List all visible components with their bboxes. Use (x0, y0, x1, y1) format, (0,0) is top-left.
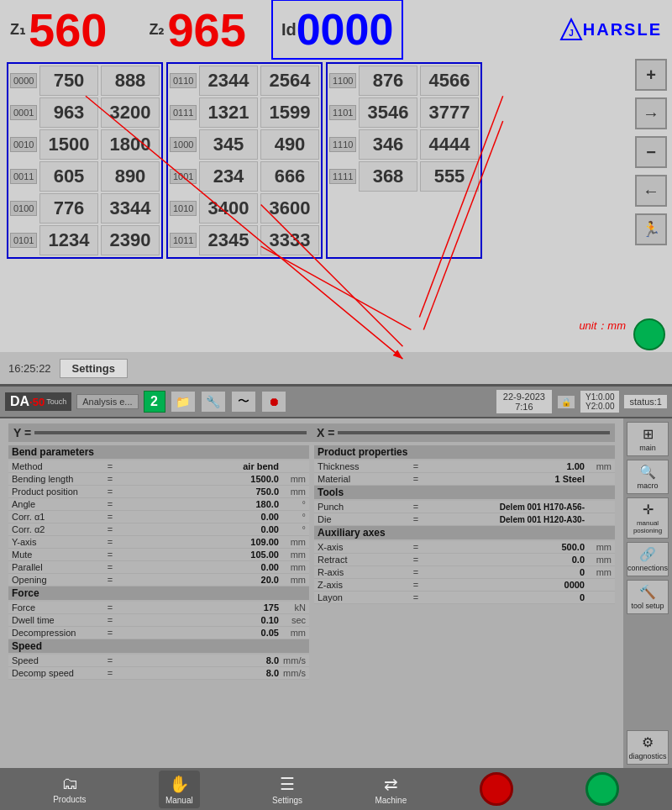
param-val: Delem 001 H170-A56- (422, 502, 588, 512)
z2-label: Z₂ (149, 20, 164, 39)
param-val: 105.00 (116, 550, 282, 560)
row-id: 1110 (329, 137, 356, 152)
connections-icon: 🔗 (639, 546, 656, 562)
settings-button[interactable]: Settings (60, 359, 128, 378)
minus-button[interactable]: − (635, 136, 667, 168)
sidebar-item-main[interactable]: ⊞ main (627, 422, 669, 456)
param-name: Method (12, 461, 104, 471)
param-r-axis: R-axis = 0 mm (314, 566, 615, 579)
table-row: 0110 2344 2564 (170, 66, 319, 96)
table-row: 1010 3400 3600 (170, 193, 319, 224)
sidebar-item-tool-setup[interactable]: 🔨 tool setup (627, 580, 669, 614)
row-val2: 3333 (260, 225, 319, 255)
right-buttons: + → − ← 🏃 (635, 59, 667, 245)
param-val: 0 (422, 567, 588, 577)
table-row: 0000 750 888 (10, 66, 160, 96)
sidebar-item-label: macro (637, 481, 658, 490)
param-name: Material (318, 474, 410, 484)
row-val2: 1599 (260, 97, 319, 128)
data-grid-area: 0000 750 888 0001 963 3200 0010 1500 180… (0, 59, 672, 262)
row-val2: 3200 (101, 97, 160, 128)
param-y-axis: Y-axis = 109.00 mm (8, 536, 309, 549)
task-machine[interactable]: ⇄ Machine (375, 774, 407, 805)
row-id: 1101 (329, 105, 356, 120)
row-val1: 345 (199, 129, 258, 160)
row-val2: 888 (101, 66, 160, 96)
tool-setup-icon: 🔨 (639, 584, 656, 600)
row-val1: 963 (39, 97, 98, 128)
arrow-left-button[interactable]: ← (635, 175, 667, 207)
row-val2: 3344 (101, 193, 160, 224)
param-val: air bend (116, 461, 282, 471)
sidebar-item-label: manual posioning (629, 519, 666, 534)
task-products-label: Products (53, 795, 86, 804)
da-logo: DA ·50 Touch (5, 392, 71, 411)
row-val2: 4444 (420, 129, 479, 160)
green-circle-button[interactable] (633, 318, 665, 350)
table-row: 0100 776 3344 (10, 193, 160, 224)
param-name: Parallel (12, 562, 104, 572)
param-name: Product position (12, 487, 104, 497)
table-row: 1000 345 490 (170, 129, 319, 160)
plus-button[interactable]: + (635, 59, 667, 91)
param-decomp-speed: Decomp speed = 8.0 mm/s (8, 667, 309, 680)
param-corr-a2: Corr. α2 = 0.00 ° (8, 523, 309, 536)
param-product-position: Product position = 750.0 mm (8, 486, 309, 498)
param-x-axis: X-axis = 500.0 mm (314, 541, 615, 554)
row-val1: 776 (39, 193, 98, 224)
sidebar-item-connections[interactable]: 🔗 connections (627, 542, 669, 576)
table-row: 1110 346 4444 (329, 129, 479, 160)
param-name: Angle (12, 499, 104, 509)
param-name: Y-axis (12, 537, 104, 547)
green-circle-button-taskbar[interactable] (585, 772, 619, 806)
param-val: 0000 (422, 580, 588, 590)
person-icon-button[interactable]: 🏃 (635, 213, 667, 245)
grid-col1: 0000 750 888 0001 963 3200 0010 1500 180… (7, 62, 163, 259)
grid-col3-section: 1100 876 4566 1101 3546 3777 1110 346 44… (329, 66, 479, 192)
manual-icon: ✛ (643, 502, 654, 518)
param-val: 0.05 (116, 628, 282, 638)
wave-icon-button[interactable]: 〜 (231, 391, 256, 413)
program-number: 2 (144, 391, 165, 413)
param-die: Die = Delem 001 H120-A30- (314, 513, 615, 526)
z2-value: 965 (167, 3, 245, 57)
param-name: X-axis (318, 542, 410, 552)
param-val: 175 (116, 602, 282, 613)
param-val: 500.0 (422, 542, 588, 552)
arrow-right-button[interactable]: → (635, 97, 667, 129)
row-val1: 2344 (199, 66, 258, 96)
tools-icon-button[interactable]: 🔧 (201, 391, 226, 413)
param-val: Delem 001 H120-A30- (422, 515, 588, 524)
task-manual[interactable]: ✋ Manual (159, 771, 200, 808)
param-punch: Punch = Delem 001 H170-A56- (314, 501, 615, 513)
record-icon-button[interactable]: ⏺ (261, 391, 286, 413)
param-val: 8.0 (116, 668, 282, 678)
da-sidebar: ⊞ main 🔍 macro ✛ manual posioning 🔗 conn… (623, 418, 672, 768)
red-circle-button[interactable] (480, 772, 513, 806)
param-name: Mute (12, 550, 104, 560)
sidebar-item-diagnostics[interactable]: ⚙ diagnostics (627, 730, 669, 765)
param-name: Decomp speed (12, 668, 104, 678)
param-name: R-axis (318, 567, 410, 577)
sidebar-item-label: tool setup (631, 602, 664, 610)
analysis-button[interactable]: Analysis e... (76, 394, 138, 409)
y1y2-display: Y1:0.00 Y2:0.00 (580, 391, 619, 413)
settings-icon: ☰ (280, 774, 295, 794)
table-row: 0111 1321 1599 (170, 97, 319, 128)
sidebar-item-macro[interactable]: 🔍 macro (627, 460, 669, 494)
sidebar-item-manual[interactable]: ✛ manual posioning (627, 497, 669, 539)
unit-label: unit：mm (579, 318, 626, 334)
task-settings[interactable]: ☰ Settings (272, 774, 302, 805)
x-eq-label: X = (312, 426, 615, 439)
z1-label: Z₁ (10, 20, 25, 39)
status-display: status:1 (624, 395, 667, 408)
task-manual-label: Manual (165, 796, 193, 805)
task-products[interactable]: 🗂 Products (53, 774, 86, 804)
row-id: 0011 (10, 169, 37, 184)
param-name: Punch (318, 502, 410, 512)
da-header: DA ·50 Touch Analysis e... 2 📁 🔧 〜 ⏺ 22-… (0, 387, 672, 418)
param-name: Force (12, 602, 104, 613)
folder-icon-button[interactable]: 📁 (171, 391, 196, 413)
table-row: 0001 963 3200 (10, 97, 160, 128)
param-mute: Mute = 105.00 mm (8, 549, 309, 561)
